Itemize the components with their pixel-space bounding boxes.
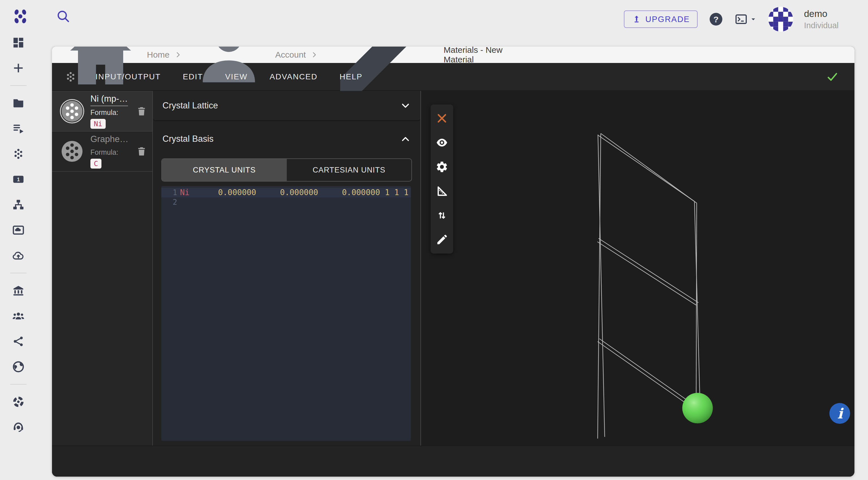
upgrade-button[interactable]: UPGRADE [624, 10, 698, 28]
tab-cartesian-units[interactable]: CARTESIAN UNITS [287, 159, 412, 181]
swap-icon [435, 209, 448, 222]
rail-item-media[interactable] [12, 224, 25, 237]
upload-icon [632, 14, 641, 24]
material-info: Ni (mp-…Formula:Ni [90, 94, 136, 129]
media-icon [12, 224, 25, 237]
rail-item-support[interactable] [12, 421, 25, 434]
rail-item-shared[interactable] [12, 335, 25, 348]
menu-help[interactable]: HELP [333, 63, 369, 90]
user-name: demo [804, 8, 839, 19]
close-icon [435, 112, 448, 125]
chevron-right-icon [174, 51, 182, 59]
basis-editor[interactable]: 1Ni 0.000000 0.000000 0.000000 1 1 12 [161, 186, 411, 441]
user-plan: Individual [804, 21, 839, 30]
set-square-icon [435, 185, 448, 198]
viewer-tool-edit[interactable] [435, 233, 448, 246]
pencil-icon [435, 233, 448, 246]
code-line: 2 [161, 197, 411, 207]
svg-text:1: 1 [17, 177, 20, 182]
materials-list: Ni (mp-…Formula:NiGraphe…Formula:C [52, 91, 153, 446]
rail-item-workflows[interactable] [12, 198, 25, 211]
middle-panel: Crystal Lattice Crystal Basis CRYSTAL UN… [153, 91, 421, 446]
info-button[interactable]: i [829, 402, 851, 425]
material-title: Ni (mp-… [90, 94, 128, 106]
caret-down-icon [749, 15, 757, 24]
breadcrumb-label: Materials - New Material [444, 46, 503, 64]
viewer-toolbar [431, 104, 453, 253]
viewer-tool-measure[interactable] [435, 185, 448, 198]
chevron-up-icon [400, 134, 411, 144]
rail-divider [10, 384, 27, 384]
unit-cell-wireframe [597, 134, 700, 439]
globe-icon [12, 360, 25, 373]
search-button[interactable] [55, 8, 71, 24]
line-number: 1 [161, 188, 180, 197]
trash-icon [136, 106, 147, 117]
rail-divider [10, 273, 27, 273]
save-check-button[interactable] [826, 70, 839, 83]
chevron-down-icon [400, 100, 411, 111]
rail-item-materials[interactable] [12, 147, 25, 160]
console-button[interactable] [734, 12, 757, 26]
chevron-right-icon [174, 51, 182, 59]
rail-item-organization[interactable] [12, 284, 25, 297]
material-info: Graphe…Formula:C [90, 134, 136, 169]
breadcrumb: HomeAccountMaterials - New Material [52, 46, 855, 63]
app-root: UPGRADE ? demo Indiv [0, 0, 868, 480]
headset-icon [12, 421, 25, 434]
rail-item-team[interactable] [12, 309, 25, 322]
rail-item-jobs[interactable] [12, 122, 25, 135]
section-crystal-basis[interactable]: Crystal Basis [153, 124, 421, 155]
app-logo[interactable] [11, 7, 29, 25]
material-list-item[interactable]: Graphe…Formula:C [52, 132, 152, 172]
viewer-canvas[interactable] [421, 91, 855, 446]
basis-units-tabs: CRYSTAL UNITSCARTESIAN UNITS [161, 159, 412, 181]
material-avatar [62, 141, 83, 162]
material-title: Graphe… [90, 134, 128, 146]
viewer-tool-settings[interactable] [435, 160, 448, 173]
rail-item-uploads[interactable] [12, 249, 25, 262]
breadcrumb-label: Home [147, 50, 169, 60]
cloud-upload-icon [12, 249, 25, 262]
viewer-tool-close[interactable] [435, 112, 448, 125]
menu-view[interactable]: VIEW [219, 63, 254, 90]
help-icon: ? [708, 11, 724, 27]
section-crystal-lattice[interactable]: Crystal Lattice [153, 91, 421, 121]
svg-text:?: ? [713, 15, 719, 24]
menu-edit[interactable]: EDIT [177, 63, 209, 90]
material-dots-icon [62, 141, 83, 162]
viewer-tool-visibility[interactable] [435, 136, 448, 149]
menu-input-output[interactable]: INPUT/OUTPUT [89, 63, 167, 90]
rail-item-dashboard[interactable] [12, 36, 25, 49]
rail-item-new[interactable] [12, 62, 25, 74]
crystal-lattice-title: Crystal Lattice [162, 101, 218, 111]
menu-advanced[interactable]: ADVANCED [264, 63, 324, 90]
menu-items: INPUT/OUTPUTEDITVIEWADVANCEDHELP [89, 63, 369, 90]
check-icon [826, 70, 839, 83]
viewer-tool-swap-axes[interactable] [435, 209, 448, 222]
topbar-right: UPGRADE ? demo Indiv [624, 6, 839, 33]
breadcrumb-label: Account [275, 50, 306, 60]
tab-crystal-units[interactable]: CRYSTAL UNITS [162, 159, 287, 181]
rail-item-projects[interactable] [12, 97, 25, 109]
upload-arrow-icon [632, 14, 641, 24]
chevron-right-icon [310, 51, 318, 59]
left-rail: 1 [0, 36, 37, 434]
rail-item-unit[interactable]: 1 [12, 173, 25, 186]
rail-divider [10, 85, 27, 86]
chevron-up-icon [400, 134, 411, 144]
user-avatar[interactable] [768, 7, 793, 32]
delete-material-button[interactable] [136, 146, 147, 157]
material-list-item[interactable]: Ni (mp-…Formula:Ni [52, 91, 152, 132]
rail-item-help-center[interactable] [12, 395, 25, 408]
dots-icon [12, 147, 25, 160]
help-button[interactable]: ? [708, 11, 724, 27]
rail-item-public[interactable] [12, 360, 25, 373]
wheel-icon [12, 395, 25, 408]
delete-material-button[interactable] [136, 106, 147, 117]
identicon [768, 7, 793, 32]
material-avatar [62, 101, 83, 122]
material-dots-icon [64, 71, 77, 83]
line-number: 2 [161, 197, 180, 207]
app-window: HomeAccountMaterials - New Material INPU… [52, 46, 855, 477]
